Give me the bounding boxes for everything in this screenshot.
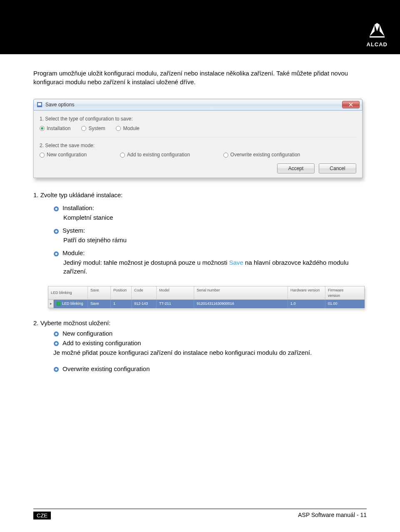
bullet-overwrite-config: Overwrite existing configuration (53, 364, 367, 373)
td-led: LED blinking (54, 300, 88, 308)
section-2-heading: 2. Vyberte možnost uložení: (33, 319, 367, 327)
radio-system[interactable]: System (81, 125, 105, 132)
svg-marker-1 (380, 25, 385, 36)
dialog-buttons: Accept Cancel (40, 163, 356, 173)
radio-module[interactable]: Module (116, 125, 139, 132)
radio-overwrite-config[interactable]: Overwrite existing configuration (223, 151, 300, 158)
th-model: Model (157, 286, 194, 299)
th-position: Position (111, 286, 132, 299)
close-button[interactable] (342, 101, 360, 108)
radio-icon (40, 153, 45, 158)
separator (40, 137, 356, 138)
th-code: Code (132, 286, 157, 299)
brand-logo: ALCAD (367, 23, 388, 48)
radio-installation[interactable]: Installation (40, 125, 70, 132)
radio-label: Installation (47, 125, 70, 132)
svg-rect-3 (370, 36, 385, 38)
bullet-installation: Installation: Kompletní stanice (53, 203, 367, 222)
svg-point-11 (55, 230, 58, 232)
cancel-button[interactable]: Cancel (319, 163, 356, 173)
accept-button[interactable]: Accept (277, 163, 315, 173)
page-footer: CZE ASP Software manuál - 11 (33, 512, 367, 519)
svg-point-19 (55, 369, 58, 371)
svg-point-13 (55, 253, 58, 255)
led-indicator-icon (57, 302, 60, 306)
row-arrow-icon: ▸ (48, 300, 54, 308)
svg-rect-5 (38, 103, 41, 105)
bullet-add-config: Add to existing configuration Je možné p… (53, 339, 367, 357)
bullet-icon (53, 250, 59, 256)
radio-label: Module (123, 125, 139, 132)
th-led: LED blinking (48, 286, 88, 299)
radio-icon (40, 126, 45, 131)
th-save: Save (88, 286, 111, 299)
radio-label: Add to existing configuration (127, 151, 190, 158)
th-fw: Firmware version (325, 286, 359, 299)
brand-name: ALCAD (367, 41, 388, 48)
bullet-desc: Je možné přidat pouze konfiguraci zaříze… (53, 348, 367, 357)
dialog-body: 1. Select the type of configuration to s… (33, 110, 362, 178)
bullet-module: Module: Jediný modul: tahle možnost je d… (53, 248, 367, 276)
alcad-logo-icon (367, 23, 387, 38)
radio-icon (116, 126, 121, 131)
td-serial: 912014311630900016 (194, 300, 288, 308)
td-position: 1 (111, 300, 132, 308)
bullet-desc: Kompletní stanice (63, 213, 367, 222)
save-options-dialog: Save options 1. Select the type of confi… (33, 99, 362, 178)
bullet-icon (53, 366, 59, 371)
svg-point-15 (55, 333, 58, 335)
td-fw: 01.00 (325, 300, 359, 308)
bullet-icon (53, 228, 59, 233)
bullet-label: Overwrite existing configuration (62, 364, 150, 373)
svg-marker-0 (370, 25, 375, 36)
language-badge: CZE (33, 512, 51, 519)
svg-point-9 (55, 208, 58, 210)
footer-separator (33, 509, 367, 509)
bullet-system: System: Patří do stejného rámu (53, 226, 367, 244)
radio-icon (120, 153, 125, 158)
dialog-title: Save options (45, 101, 74, 108)
td-model: TT-211 (157, 300, 194, 308)
svg-marker-2 (375, 23, 380, 31)
dialog-section1-label: 1. Select the type of configuration to s… (40, 115, 356, 123)
save-mode-radios: New configuration Add to existing config… (40, 151, 356, 158)
bullet-label: Installation: (62, 203, 94, 212)
dialog-app-icon (36, 101, 43, 108)
intro-paragraph: Program umožňuje uložit konfiguraci modu… (33, 69, 367, 86)
page-content: Program umožňuje uložit konfiguraci modu… (0, 54, 400, 373)
th-serial: Serial number (194, 286, 288, 299)
save-link-text: Save (229, 259, 243, 266)
radio-add-config[interactable]: Add to existing configuration (120, 151, 190, 158)
bullet-icon (53, 205, 59, 211)
bullet-icon (53, 340, 59, 346)
section-2: 2. Vyberte možnost uložení: New configur… (33, 319, 367, 373)
radio-label: System (88, 125, 105, 132)
bullet-desc: Patří do stejného rámu (63, 236, 367, 244)
td-hw: 1.0 (288, 300, 325, 308)
radio-label: New configuration (47, 151, 87, 158)
svg-point-17 (55, 343, 58, 345)
section-1: 1. Zvolte typ ukládané instalace: Instal… (33, 191, 367, 276)
radio-new-config[interactable]: New configuration (40, 151, 87, 158)
module-table: LED blinking Save Position Code Model Se… (48, 286, 365, 308)
bullet-icon (53, 330, 59, 336)
th-hw: Hardware version (288, 286, 325, 299)
page-number: ASP Software manuál - 11 (298, 512, 367, 519)
config-type-radios: Installation System Module (40, 125, 356, 132)
bullet-desc: Jediný modul: tahle možnost je dostupná … (63, 258, 367, 276)
radio-icon (81, 126, 86, 131)
radio-icon (223, 153, 228, 158)
bullet-label: System: (62, 226, 85, 235)
td-save[interactable]: Save (88, 300, 111, 308)
close-icon (349, 103, 353, 107)
dialog-titlebar: Save options (33, 99, 362, 110)
bullet-new-config: New configuration (53, 329, 367, 338)
radio-label: Overwrite existing configuration (230, 151, 300, 158)
bullet-label: New configuration (62, 329, 112, 338)
table-row: ▸ LED blinking Save 1 912-143 TT-211 912… (48, 300, 365, 308)
section-1-heading: 1. Zvolte typ ukládané instalace: (33, 191, 367, 199)
bullet-label: Add to existing configuration (62, 339, 141, 347)
td-code: 912-143 (132, 300, 157, 308)
dialog-section2-label: 2. Select the save mode: (40, 142, 356, 149)
page-header: ALCAD (0, 0, 400, 54)
